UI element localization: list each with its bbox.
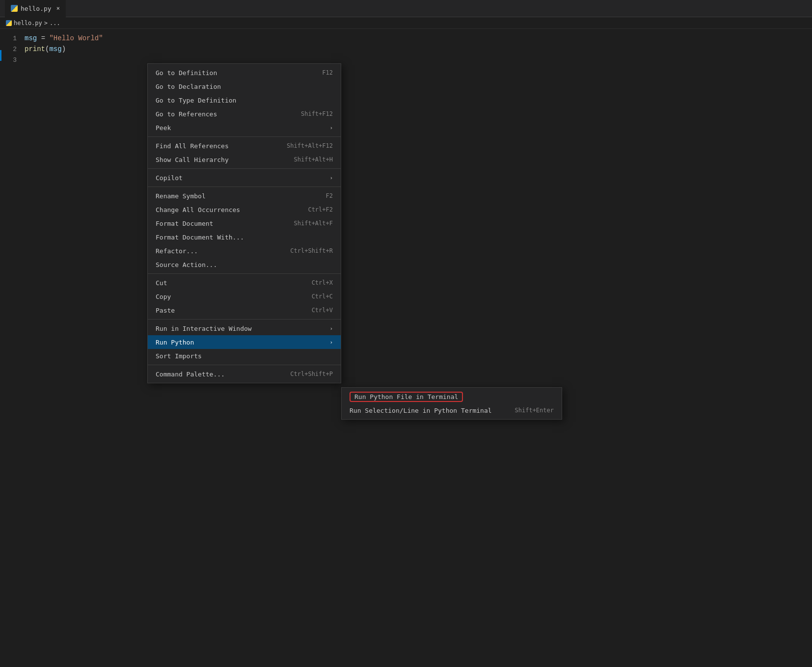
separator-6 [148, 365, 341, 365]
breadcrumb-separator: > [44, 20, 48, 27]
menu-item-format-document-with[interactable]: Format Document With... [148, 230, 341, 244]
menu-item-run-python[interactable]: Run Python › [148, 335, 341, 349]
breadcrumb-file[interactable]: hello.py [14, 20, 42, 27]
line-number-1: 1 [0, 35, 25, 42]
breadcrumb-rest[interactable]: ... [50, 20, 60, 27]
context-menu: Go to Definition F12 Go to Declaration G… [147, 63, 341, 383]
menu-item-paste[interactable]: Paste Ctrl+V [148, 303, 341, 317]
menu-item-format-document[interactable]: Format Document Shift+Alt+F [148, 216, 341, 230]
separator-2 [148, 168, 341, 169]
submenu-item-run-python-file-terminal[interactable]: Run Python File in Terminal [342, 390, 562, 403]
menu-item-go-to-definition[interactable]: Go to Definition F12 [148, 66, 341, 80]
tab-close-button[interactable]: × [56, 5, 60, 12]
peek-submenu-chevron: › [329, 125, 333, 131]
run-python-submenu: Run Python File in Terminal Run Selectio… [341, 387, 562, 420]
active-line-indicator [0, 50, 1, 61]
line-content-1: msg = "Hello World" [25, 34, 103, 42]
menu-item-rename-symbol[interactable]: Rename Symbol F2 [148, 189, 341, 203]
code-line-2[interactable]: 2 print(msg) [0, 44, 812, 54]
submenu-item-run-selection-line[interactable]: Run Selection/Line in Python Terminal Sh… [342, 403, 562, 417]
menu-item-peek[interactable]: Peek › [148, 121, 341, 134]
title-bar: hello.py × [0, 0, 812, 17]
line-content-2: print(msg) [25, 45, 66, 53]
run-interactive-chevron: › [329, 325, 333, 332]
copilot-submenu-chevron: › [329, 175, 333, 181]
run-python-file-terminal-label: Run Python File in Terminal [350, 392, 463, 402]
code-line-3[interactable]: 3 [0, 54, 812, 65]
menu-item-run-interactive-window[interactable]: Run in Interactive Window › [148, 321, 341, 335]
separator-1 [148, 136, 341, 137]
editor-tab[interactable]: hello.py × [5, 0, 66, 17]
menu-item-command-palette[interactable]: Command Palette... Ctrl+Shift+P [148, 367, 341, 381]
breadcrumb: hello.py > ... [0, 17, 812, 29]
menu-item-sort-imports[interactable]: Sort Imports [148, 349, 341, 363]
menu-item-source-action[interactable]: Source Action... [148, 258, 341, 271]
tab-filename: hello.py [21, 5, 52, 12]
run-python-chevron: › [329, 339, 333, 346]
menu-item-go-to-type-definition[interactable]: Go to Type Definition [148, 93, 341, 107]
menu-item-change-all-occurrences[interactable]: Change All Occurrences Ctrl+F2 [148, 203, 341, 216]
editor-content[interactable]: 1 msg = "Hello World" 2 print(msg) 3 [0, 29, 812, 69]
menu-item-copilot[interactable]: Copilot › [148, 171, 341, 185]
separator-5 [148, 319, 341, 320]
separator-3 [148, 187, 341, 187]
menu-item-cut[interactable]: Cut Ctrl+X [148, 276, 341, 290]
python-file-icon [11, 5, 18, 12]
menu-item-refactor[interactable]: Refactor... Ctrl+Shift+R [148, 244, 341, 258]
separator-4 [148, 273, 341, 274]
line-number-3: 3 [0, 56, 25, 64]
menu-item-go-to-references[interactable]: Go to References Shift+F12 [148, 107, 341, 121]
editor-area: 1 msg = "Hello World" 2 print(msg) 3 Go … [0, 29, 812, 667]
code-line-1[interactable]: 1 msg = "Hello World" [0, 33, 812, 44]
menu-item-find-all-references[interactable]: Find All References Shift+Alt+F12 [148, 139, 341, 153]
menu-item-go-to-declaration[interactable]: Go to Declaration [148, 80, 341, 93]
menu-item-show-call-hierarchy[interactable]: Show Call Hierarchy Shift+Alt+H [148, 153, 341, 166]
breadcrumb-file-icon [6, 20, 12, 26]
menu-item-copy[interactable]: Copy Ctrl+C [148, 290, 341, 303]
line-number-2: 2 [0, 46, 25, 53]
